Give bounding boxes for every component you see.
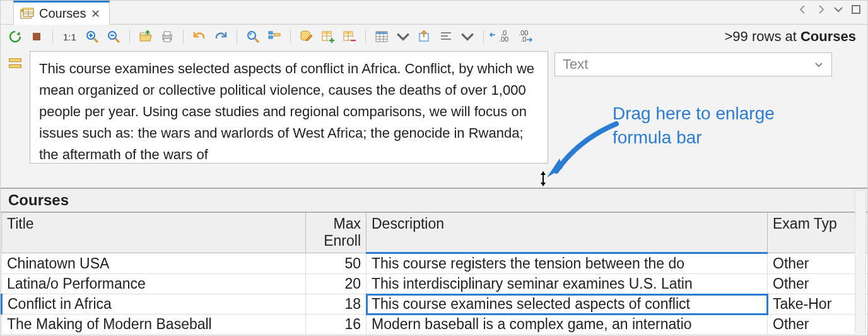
vertical-scrollbar[interactable] <box>855 190 866 333</box>
cell-exam[interactable]: Other <box>768 274 869 294</box>
find-icon[interactable] <box>245 28 261 45</box>
chevron-down-icon <box>814 59 824 69</box>
svg-rect-17 <box>164 32 170 35</box>
table-row[interactable]: Chinatown USA 50 This course registers t… <box>2 253 869 274</box>
tab-menu-icon[interactable] <box>833 4 843 17</box>
cell-exam[interactable]: Take-Hor <box>768 294 869 315</box>
cell-description[interactable]: Modern baseball is a complex game, an in… <box>367 315 768 335</box>
tab-bar: Courses ✕ <box>1 1 867 25</box>
col-header-title[interactable]: Title <box>2 213 306 253</box>
tab-label: Courses <box>39 6 86 21</box>
annotation-hint: Drag here to enlarge formula bar <box>613 102 775 150</box>
svg-line-20 <box>255 39 259 42</box>
svg-rect-22 <box>269 36 273 39</box>
svg-point-19 <box>248 32 255 39</box>
svg-rect-50 <box>9 59 21 62</box>
undo-icon[interactable] <box>191 28 208 45</box>
svg-line-10 <box>94 39 98 42</box>
close-icon[interactable]: ✕ <box>91 7 100 21</box>
cell-max-enroll[interactable]: 16 <box>306 315 367 335</box>
add-row-icon[interactable] <box>320 28 336 45</box>
table-icon <box>20 8 34 20</box>
grid-title: Courses <box>1 189 867 212</box>
zoom-in-icon[interactable] <box>84 28 100 45</box>
svg-rect-51 <box>9 64 21 68</box>
delete-row-icon[interactable] <box>341 28 358 45</box>
svg-rect-3 <box>23 8 33 10</box>
cell-exam[interactable]: Other <box>768 253 869 274</box>
svg-rect-18 <box>164 39 170 42</box>
cell-title[interactable]: Conflict in Africa <box>2 294 306 315</box>
cell-max-enroll[interactable]: 50 <box>306 253 367 274</box>
align-icon[interactable] <box>438 28 454 45</box>
zoom-ratio[interactable]: 1:1 <box>61 28 79 45</box>
grid-style-icon[interactable] <box>373 28 390 45</box>
maximize-icon[interactable] <box>851 4 861 17</box>
export-icon[interactable] <box>416 28 433 45</box>
redo-icon[interactable] <box>213 28 229 45</box>
cell-max-enroll[interactable]: 18 <box>306 294 367 315</box>
table-row[interactable]: Latina/o Performance 20 This interdiscip… <box>2 274 869 294</box>
col-header-description[interactable]: Description <box>367 213 768 253</box>
refresh-icon[interactable] <box>7 28 23 45</box>
svg-rect-8 <box>33 33 40 40</box>
prev-tab-icon[interactable] <box>798 4 808 17</box>
print-icon[interactable] <box>159 28 175 45</box>
table-row[interactable]: The Making of Modern Baseball 16 Modern … <box>2 315 869 335</box>
stop-icon[interactable] <box>28 28 45 45</box>
svg-rect-23 <box>274 33 280 36</box>
svg-line-14 <box>115 39 119 42</box>
increase-decimals-icon[interactable]: .00 .0 <box>516 28 531 45</box>
data-grid: Courses Title MaxEnroll Description Exam… <box>1 188 867 335</box>
tab-controls <box>798 4 861 17</box>
next-tab-icon[interactable] <box>816 4 826 17</box>
cell-title[interactable]: The Making of Modern Baseball <box>2 315 306 335</box>
column-header-row: Title MaxEnroll Description Exam Typ <box>2 213 869 253</box>
align-dropdown[interactable] <box>459 28 476 45</box>
filter-icon[interactable] <box>266 28 283 45</box>
cell-exam[interactable]: Other <box>768 315 869 335</box>
decrease-decimals-icon[interactable]: .0 .00 <box>491 28 511 45</box>
cell-description[interactable]: This course registers the tension betwee… <box>367 253 768 274</box>
type-select[interactable]: Text <box>554 52 832 76</box>
grid-style-dropdown[interactable] <box>395 28 411 45</box>
type-select-value: Text <box>563 56 588 73</box>
open-icon[interactable] <box>138 28 154 45</box>
cell-description[interactable]: This interdisciplinary seminar examines … <box>367 274 768 294</box>
panel-toggle-icon[interactable] <box>7 55 23 71</box>
tab-courses[interactable]: Courses ✕ <box>13 1 110 25</box>
col-header-max-enroll[interactable]: MaxEnroll <box>306 213 367 253</box>
col-header-exam-type[interactable]: Exam Typ <box>768 213 869 253</box>
table-row[interactable]: Conflict in Africa 18 This course examin… <box>2 294 869 315</box>
cell-max-enroll[interactable]: 20 <box>306 274 367 294</box>
zoom-out-icon[interactable] <box>105 28 122 45</box>
cell-title[interactable]: Chinatown USA <box>2 253 306 274</box>
row-count-status: >99 rows at Courses <box>725 28 857 45</box>
cell-title[interactable]: Latina/o Performance <box>2 274 306 294</box>
svg-rect-7 <box>852 6 860 13</box>
cell-description[interactable]: This course examines selected aspects of… <box>367 294 768 315</box>
edit-data-icon[interactable] <box>298 28 315 45</box>
svg-rect-41 <box>376 32 387 34</box>
formula-bar[interactable]: This course examines selected aspects of… <box>30 51 548 164</box>
svg-rect-21 <box>269 32 273 34</box>
